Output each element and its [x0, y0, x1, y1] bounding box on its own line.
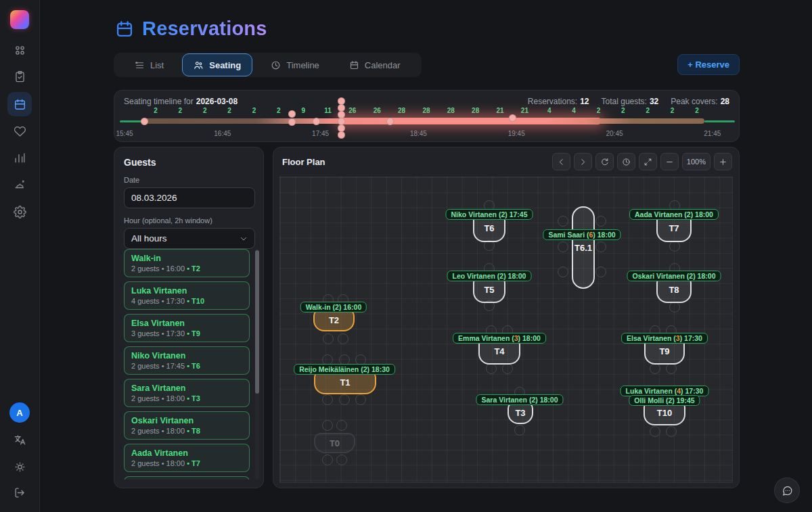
zoom-in-button[interactable]: [714, 153, 732, 170]
table-T0[interactable]: T0: [314, 433, 355, 453]
sidebar-item-orders[interactable]: [7, 64, 32, 89]
guest-card[interactable]: Aada Virtanen2 guests • 18:00 • T7: [124, 444, 250, 472]
chair: [650, 426, 660, 437]
date-label: Date: [124, 176, 254, 184]
sidebar-item-theme[interactable]: [7, 455, 32, 479]
app-logo[interactable]: [10, 10, 29, 29]
guest-card[interactable]: Oskari Virtanen2 guests • 18:00 • T8: [124, 411, 250, 440]
cover-count: 28: [422, 107, 430, 114]
chair: [595, 241, 606, 252]
guest-info: 2 guests • 18:00 • T7: [131, 459, 242, 467]
guest-card[interactable]: Elsa Virtanen3 guests • 17:30 • T9: [124, 314, 250, 342]
reservation-dot[interactable]: [141, 118, 148, 125]
reservation-dot[interactable]: [338, 118, 345, 125]
guest-table: • T7: [187, 459, 200, 467]
guest-table: • T10: [187, 297, 204, 305]
chair: [502, 363, 513, 374]
party-count: 2: [531, 396, 535, 404]
guest-info: 3 guests • 17:30 • T9: [131, 329, 242, 338]
logout-icon: [14, 486, 26, 499]
reservation-dot[interactable]: [338, 131, 345, 139]
tab-timeline[interactable]: Timeline: [259, 53, 331, 77]
sidebar-item-dashboard[interactable]: [7, 38, 32, 62]
time-label: 20:45: [606, 130, 623, 137]
floor-plan-canvas[interactable]: T6T6.1T7T5T8T2T4T9T1T3T10T0Niko Virtanen…: [279, 177, 733, 483]
hour-select[interactable]: All hours: [124, 228, 255, 249]
reservation-dot[interactable]: [509, 114, 516, 122]
guest-card[interactable]: Walk-in2 guests • 16:00 • T2: [124, 249, 250, 277]
clipboard-icon: [14, 70, 26, 83]
reservation-dot[interactable]: [288, 118, 296, 126]
sidebar-item-service[interactable]: [7, 172, 32, 197]
user-avatar[interactable]: A: [9, 402, 30, 423]
guest-name: Sara Virtanen: [131, 383, 242, 393]
guests-title: Guests: [124, 157, 254, 168]
guest-card[interactable]: Luka Virtanen4 guests • 17:30 • T10: [124, 281, 250, 310]
zoom-out-button[interactable]: [660, 153, 679, 170]
chat-button[interactable]: [774, 478, 800, 503]
guest-card[interactable]: Niko Virtanen2 guests • 17:45 • T6: [124, 346, 250, 375]
reservation-dot[interactable]: [338, 111, 345, 118]
sidebar-item-language[interactable]: [7, 427, 32, 452]
chair: [322, 420, 333, 431]
next-button[interactable]: [574, 153, 592, 170]
cover-count: 2: [695, 107, 699, 114]
party-count: 2: [335, 303, 339, 311]
timeline-title: Seating timeline for2026-03-08: [124, 97, 238, 106]
hour-select-value: All hours: [131, 233, 167, 243]
timeline-covers-bar[interactable]: [144, 118, 704, 124]
refresh-button[interactable]: [595, 153, 614, 170]
guest-info: 4 guests • 17:30 • T10: [131, 297, 242, 305]
guest-name: Niko Virtanen: [131, 351, 242, 360]
guest-list-scrollbar-thumb[interactable]: [255, 250, 259, 394]
minus-icon: [665, 158, 674, 166]
reservation-badge: Leo Virtanen (2) 18:00: [447, 271, 532, 281]
fullscreen-button[interactable]: [639, 153, 657, 170]
calendar-icon: [115, 20, 134, 39]
reservation-dot[interactable]: [386, 118, 394, 125]
sidebar-item-analytics[interactable]: [7, 145, 32, 170]
cover-count: 21: [496, 107, 503, 114]
sidebar-item-logout[interactable]: [7, 480, 32, 505]
page-header: Reservations: [115, 18, 267, 40]
tab-calendar[interactable]: Calendar: [338, 53, 412, 77]
sidebar-item-reservations[interactable]: [7, 92, 32, 116]
chevron-left-icon: [557, 158, 566, 166]
cover-count: 2: [179, 107, 183, 114]
sidebar-item-favorites[interactable]: [7, 119, 32, 143]
cover-count: 21: [521, 107, 528, 114]
tab-list[interactable]: List: [123, 53, 175, 77]
party-count: 4: [677, 387, 681, 395]
chart-icon: [14, 152, 26, 164]
date-input[interactable]: [124, 187, 255, 208]
guest-card[interactable]: Sara Virtanen2 guests • 18:00 • T3: [124, 379, 250, 407]
chair: [558, 216, 568, 227]
reserve-button[interactable]: + Reserve: [677, 54, 740, 75]
timeline-date: 2026-03-08: [196, 97, 238, 106]
table-T6.1[interactable]: T6.1: [572, 206, 595, 289]
guest-table: • T9: [187, 329, 200, 338]
chair: [669, 302, 680, 312]
reservation-dot[interactable]: [338, 124, 345, 132]
heart-icon: [14, 125, 26, 138]
time-button[interactable]: [617, 153, 635, 170]
time-label: 16:45: [214, 130, 231, 137]
chair: [486, 363, 497, 374]
prev-button[interactable]: [552, 153, 570, 170]
cover-count: 2: [277, 107, 281, 114]
reservation-dot[interactable]: [338, 97, 345, 105]
tab-label: List: [150, 60, 164, 70]
guest-name: Luka Virtanen: [131, 286, 242, 296]
guest-info: 2 guests • 18:00 • T8: [131, 427, 242, 435]
guest-card[interactable]: Leo Virtanen: [124, 476, 250, 480]
reservation-dot[interactable]: [288, 110, 296, 118]
chair: [338, 333, 348, 344]
sidebar-item-settings[interactable]: [7, 200, 32, 224]
time-label: 21:45: [704, 130, 721, 137]
reservation-badge: Reijo Meikäläinen (2) 18:30: [294, 364, 395, 375]
chair: [336, 420, 347, 431]
tab-seating[interactable]: Seating: [182, 53, 252, 76]
reservation-dot[interactable]: [313, 118, 320, 125]
zoom-level[interactable]: 100%: [682, 153, 710, 170]
reservation-dot[interactable]: [338, 104, 345, 112]
